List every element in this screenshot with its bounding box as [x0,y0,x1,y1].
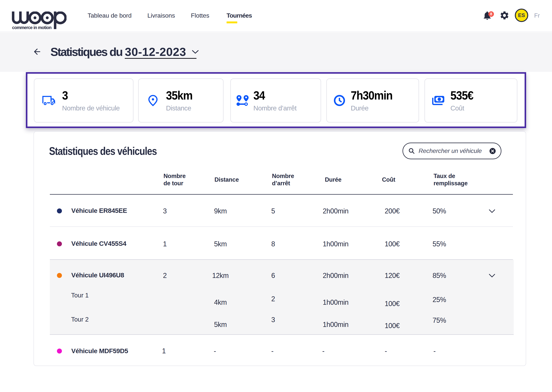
svg-text:commerce in motion: commerce in motion [12,25,51,29]
